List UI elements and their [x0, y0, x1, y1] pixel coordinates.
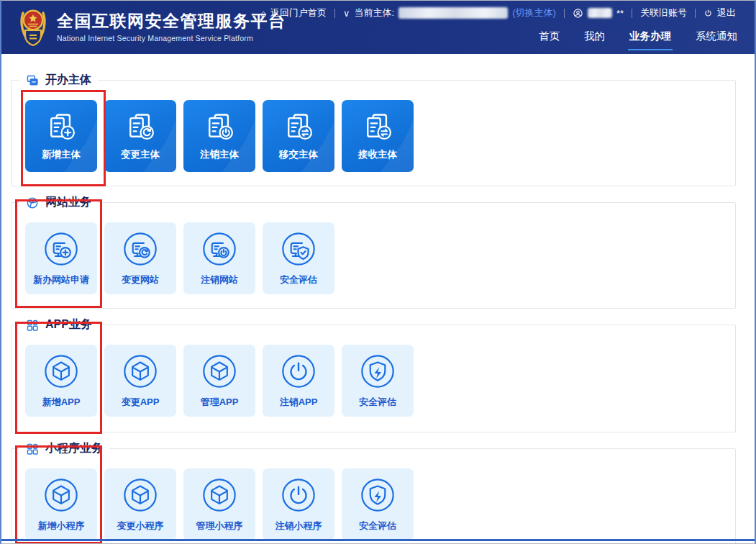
document-receive-icon	[362, 111, 393, 142]
logout-link[interactable]: 退出	[717, 6, 736, 19]
divider	[632, 9, 632, 18]
card-label: 变更APP	[122, 396, 160, 409]
content: 开办主体 新增主体 变更主体 注销主体 移交主体	[1, 54, 755, 544]
monitor-power-icon	[201, 230, 238, 268]
card-label: 安全评估	[359, 520, 396, 532]
card-security-assessment-miniprogram[interactable]: 安全评估	[342, 468, 414, 540]
power-icon	[280, 353, 317, 390]
brand: 全国互联网安全管理服务平台 National Internet Security…	[19, 6, 286, 47]
section-title: 小程序业务	[45, 441, 103, 456]
card-label: 接收主体	[358, 148, 397, 161]
app-window: 全国互联网安全管理服务平台 National Internet Security…	[0, 0, 756, 544]
card-manage-miniprogram[interactable]: 管理小程序	[183, 468, 255, 540]
divider	[564, 9, 565, 18]
card-label: 新增主体	[42, 148, 81, 161]
nav-home[interactable]: 首页	[539, 30, 560, 50]
card-label: 安全评估	[280, 273, 317, 286]
overlapping-windows-icon	[26, 74, 39, 87]
globe-icon	[26, 196, 39, 209]
section-miniprogram: 小程序业务 新增小程序 变更小程序 管理小程序 注销小程序	[11, 448, 736, 544]
card-transfer-entity[interactable]: 移交主体	[263, 100, 334, 172]
monitor-shield-check-icon	[280, 230, 317, 268]
card-label: 新增APP	[42, 396, 81, 409]
card-change-website[interactable]: 变更网站	[104, 222, 176, 294]
current-entity-masked-value	[399, 7, 508, 19]
police-badge-logo	[19, 6, 47, 47]
divider	[695, 9, 696, 18]
cube-icon	[201, 353, 238, 390]
card-cancel-website[interactable]: 注销网站	[183, 222, 255, 294]
monitor-refresh-icon	[122, 230, 159, 268]
shield-bolt-icon	[359, 353, 396, 390]
card-label: 变更主体	[121, 148, 160, 161]
section-website: 网站业务 新办网站申请 变更网站 注销网站 安全评估	[11, 202, 736, 309]
user-icon	[573, 8, 583, 19]
main-nav: 首页 我的 业务办理 系统通知	[539, 30, 737, 50]
platform-subtitle: National Internet Security Management Se…	[57, 34, 286, 42]
card-add-miniprogram[interactable]: 新增小程序	[25, 468, 97, 540]
section-app-header: APP业务	[19, 317, 99, 332]
link-old-account[interactable]: 关联旧账号	[640, 6, 687, 19]
section-app: APP业务 新增APP 变更APP 管理APP 注销APP	[11, 325, 736, 432]
card-label: 新办网站申请	[33, 273, 89, 286]
chevron-down-icon: ∨	[343, 8, 350, 19]
section-miniprogram-header: 小程序业务	[19, 441, 109, 456]
nav-business-handling[interactable]: 业务办理	[629, 30, 671, 50]
cube-icon	[42, 353, 80, 390]
section-title: 网站业务	[45, 195, 91, 210]
card-label: 变更网站	[122, 273, 159, 286]
monitor-plus-icon	[42, 230, 80, 268]
topbar: ⌂ 返回门户首页 ∨ 当前主体: (切换主体) ** 关联旧账号 退出	[260, 6, 736, 19]
card-label: 注销网站	[201, 273, 238, 286]
card-label: 新增小程序	[38, 520, 85, 532]
platform-title: 全国互联网安全管理服务平台	[57, 11, 286, 32]
home-icon: ⌂	[260, 8, 266, 19]
card-cancel-app[interactable]: 注销APP	[263, 345, 334, 417]
card-receive-entity[interactable]: 接收主体	[342, 100, 414, 172]
card-row: 新增APP 变更APP 管理APP 注销APP 安全评估	[25, 345, 414, 417]
document-plus-icon	[45, 111, 77, 142]
header: 全国互联网安全管理服务平台 National Internet Security…	[1, 1, 755, 54]
nav-system-notice[interactable]: 系统通知	[696, 30, 737, 50]
card-new-website-application[interactable]: 新办网站申请	[25, 222, 97, 294]
card-change-entity[interactable]: 变更主体	[104, 100, 176, 172]
card-security-assessment-website[interactable]: 安全评估	[263, 222, 334, 294]
section-website-header: 网站业务	[19, 195, 98, 210]
document-transfer-icon	[283, 111, 314, 142]
card-row: 新增主体 变更主体 注销主体 移交主体 接收主体	[25, 100, 414, 172]
return-portal-home-link[interactable]: 返回门户首页	[270, 6, 327, 19]
divider	[334, 9, 335, 18]
card-label: 移交主体	[279, 148, 318, 161]
card-cancel-miniprogram[interactable]: 注销小程序	[263, 468, 334, 540]
account-masked-suffix: **	[616, 8, 624, 19]
card-label: 注销小程序	[275, 520, 322, 532]
card-cancel-entity[interactable]: 注销主体	[183, 100, 255, 172]
document-refresh-icon	[124, 111, 156, 142]
nav-mine[interactable]: 我的	[584, 30, 605, 50]
switch-entity-link[interactable]: (切换主体)	[512, 6, 556, 19]
card-row: 新增小程序 变更小程序 管理小程序 注销小程序 安全评估	[25, 468, 414, 540]
cube-icon	[201, 476, 238, 514]
app-grid-icon	[26, 443, 39, 455]
card-label: 注销APP	[280, 396, 318, 409]
card-security-assessment-app[interactable]: 安全评估	[342, 345, 414, 417]
cube-icon	[122, 353, 159, 390]
section-entity-header: 开办主体	[19, 73, 98, 88]
card-add-entity[interactable]: 新增主体	[25, 100, 97, 172]
cube-icon	[42, 476, 80, 514]
section-entity: 开办主体 新增主体 变更主体 注销主体 移交主体	[11, 80, 736, 186]
card-manage-app[interactable]: 管理APP	[183, 345, 255, 417]
cube-icon	[122, 476, 159, 514]
card-label: 变更小程序	[117, 520, 164, 532]
current-entity-label: 当前主体:	[355, 6, 395, 19]
section-title: APP业务	[45, 317, 92, 332]
section-title: 开办主体	[45, 73, 91, 88]
document-power-icon	[204, 111, 235, 142]
bottom-blue-line	[1, 539, 755, 541]
card-label: 管理小程序	[196, 520, 243, 532]
card-add-app[interactable]: 新增APP	[25, 345, 97, 417]
card-change-miniprogram[interactable]: 变更小程序	[104, 468, 176, 540]
card-label: 管理APP	[201, 396, 239, 409]
shield-bolt-icon	[359, 476, 396, 514]
card-change-app[interactable]: 变更APP	[104, 345, 176, 417]
